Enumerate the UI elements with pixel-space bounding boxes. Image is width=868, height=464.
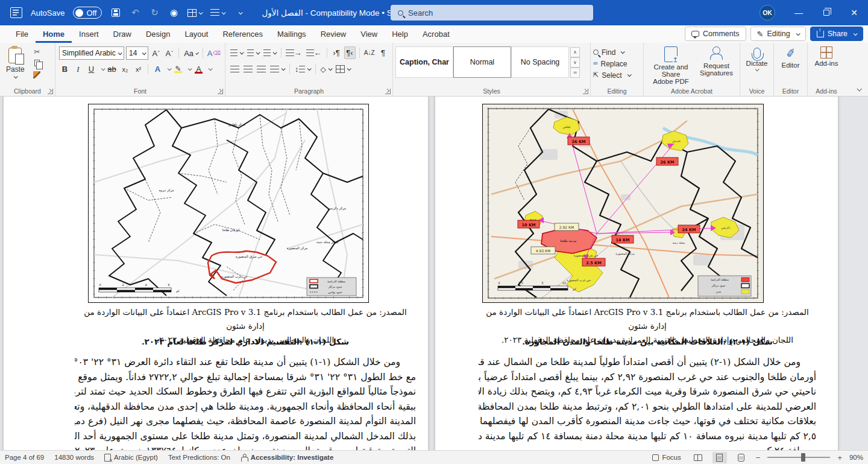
- line-spacing-button[interactable]: ↕: [294, 63, 312, 75]
- paste-button[interactable]: Paste: [2, 45, 28, 81]
- multilevel-list-button[interactable]: [262, 46, 277, 59]
- web-layout-button[interactable]: [734, 452, 749, 463]
- style-normal[interactable]: Normal: [453, 46, 511, 78]
- style-no-spacing[interactable]: No Spacing: [511, 46, 569, 78]
- styles-scroll-up-icon[interactable]: ∧: [570, 47, 580, 57]
- tab-help[interactable]: Help: [385, 25, 415, 43]
- rtl-direction-button[interactable]: ¶‹: [344, 46, 356, 59]
- page-right[interactable]: 26 KM 26 KM 10 KM 24 KM: [435, 97, 838, 450]
- accessibility-status[interactable]: Accessibility: Investigate: [241, 454, 333, 462]
- proofing-status[interactable]: Arabic (Egypt): [104, 454, 158, 462]
- underline-button[interactable]: U: [86, 63, 97, 75]
- save-icon[interactable]: [110, 7, 121, 18]
- highlight-button[interactable]: ✎: [172, 63, 184, 75]
- tab-references[interactable]: References: [215, 25, 269, 43]
- borders-button[interactable]: [335, 63, 351, 75]
- comments-button[interactable]: Comments: [685, 27, 746, 41]
- italic-button[interactable]: I: [72, 63, 84, 75]
- align-left-button[interactable]: [229, 63, 241, 75]
- shrink-font-button[interactable]: Aˇ: [163, 47, 175, 60]
- minimize-button[interactable]: —: [785, 0, 813, 25]
- tab-view[interactable]: View: [353, 25, 385, 43]
- tab-draw[interactable]: Draw: [106, 25, 139, 43]
- tab-review[interactable]: Review: [313, 25, 354, 43]
- page-left[interactable]: مركز بلقاس مركز نبروه مركز دكرنس مركز مح…: [4, 97, 428, 450]
- table-tool-icon[interactable]: [187, 9, 202, 17]
- share-button[interactable]: Share: [810, 27, 863, 41]
- figure-map-admin[interactable]: مركز بلقاس مركز نبروه مركز دكرنس مركز مح…: [88, 104, 369, 305]
- align-right-button[interactable]: [256, 63, 267, 75]
- show-marks-button[interactable]: ¶: [377, 46, 389, 59]
- tab-design[interactable]: Design: [139, 25, 177, 43]
- select-button[interactable]: ⇱Select: [593, 69, 641, 81]
- autosave-toggle[interactable]: Off: [73, 7, 102, 19]
- subscript-button[interactable]: x₂: [119, 63, 131, 75]
- tab-layout[interactable]: Layout: [177, 25, 215, 43]
- font-size-combo[interactable]: 14: [126, 46, 148, 60]
- styles-scroll-down-icon[interactable]: ∨: [570, 57, 580, 68]
- numbering-button[interactable]: [246, 46, 261, 59]
- focus-mode-button[interactable]: Focus: [652, 454, 681, 461]
- qat-overflow-icon[interactable]: [233, 7, 244, 18]
- format-painter-icon[interactable]: [32, 70, 42, 79]
- bullets-button[interactable]: [229, 46, 244, 59]
- replace-button[interactable]: ᵃᵇReplace: [593, 58, 641, 69]
- ltr-direction-button[interactable]: ›¶: [331, 46, 342, 59]
- editor-button[interactable]: ✐ Editor: [776, 45, 805, 70]
- paragraph-dialog-launcher[interactable]: [385, 89, 391, 94]
- figure-map-spatial-relations[interactable]: 26 KM 26 KM 10 KM 24 KM: [482, 104, 764, 305]
- align-center-button[interactable]: [242, 63, 254, 75]
- clipboard-dialog-launcher[interactable]: [48, 89, 53, 94]
- close-button[interactable]: ✕: [840, 0, 868, 25]
- copy-icon[interactable]: [32, 59, 42, 68]
- zoom-slider[interactable]: [767, 457, 830, 458]
- style-caption[interactable]: Caption, Char: [395, 46, 453, 78]
- styles-dialog-launcher[interactable]: [583, 89, 588, 94]
- sort-button[interactable]: A↓Z: [363, 46, 376, 59]
- undo-icon[interactable]: ↶: [130, 7, 140, 18]
- superscript-button[interactable]: x²: [133, 63, 144, 75]
- text-effects-button[interactable]: A: [152, 63, 163, 75]
- change-case-button[interactable]: Aa: [183, 47, 199, 60]
- list-tool-icon[interactable]: [210, 9, 225, 16]
- create-share-pdf-button[interactable]: Create and ShareAdobe PDF: [646, 45, 696, 86]
- editing-mode-button[interactable]: ✎ Editing: [750, 27, 806, 41]
- strikethrough-button[interactable]: ab: [106, 63, 118, 75]
- request-signatures-button[interactable]: RequestSignatures: [696, 45, 737, 86]
- grow-font-button[interactable]: Aˆ: [150, 47, 162, 60]
- styles-gallery-expand-icon[interactable]: ≂: [570, 68, 580, 78]
- word-count[interactable]: 14830 words: [54, 454, 94, 461]
- restore-button[interactable]: [813, 0, 840, 25]
- text-predictions[interactable]: Text Predictions: On: [168, 454, 230, 461]
- search-input[interactable]: Search: [391, 5, 593, 21]
- tab-insert[interactable]: Insert: [72, 25, 106, 43]
- shading-button[interactable]: ◇: [319, 63, 333, 75]
- decrease-indent-button[interactable]: →: [285, 46, 303, 59]
- collapse-ribbon-icon[interactable]: [855, 83, 861, 94]
- bold-button[interactable]: B: [59, 63, 71, 75]
- font-family-combo[interactable]: Simplified Arabic: [59, 46, 124, 60]
- increase-indent-button[interactable]: ←: [305, 46, 323, 59]
- zoom-in-button[interactable]: +: [837, 453, 842, 462]
- font-dialog-launcher[interactable]: [218, 89, 223, 94]
- dictate-button[interactable]: Dictate: [743, 45, 771, 72]
- tab-mailings[interactable]: Mailings: [270, 25, 313, 43]
- font-color-button[interactable]: A: [193, 63, 204, 75]
- print-layout-button[interactable]: [712, 452, 727, 463]
- redo-icon[interactable]: ↻: [149, 7, 160, 18]
- justify-button[interactable]: [269, 63, 286, 75]
- user-avatar[interactable]: OK: [760, 5, 775, 21]
- zoom-out-button[interactable]: −: [756, 453, 761, 462]
- zoom-slider-thumb[interactable]: [801, 453, 805, 462]
- read-mode-button[interactable]: [691, 452, 705, 463]
- tab-acrobat[interactable]: Acrobat: [415, 25, 457, 43]
- ink-mode-icon[interactable]: ◉: [168, 7, 179, 18]
- zoom-level[interactable]: 90%: [849, 454, 863, 461]
- clear-formatting-button[interactable]: A⌫: [207, 47, 221, 60]
- word-app-icon[interactable]: [10, 7, 22, 18]
- find-button[interactable]: Find: [593, 46, 641, 58]
- tab-home[interactable]: Home: [36, 25, 72, 43]
- tab-file[interactable]: File: [8, 25, 36, 43]
- document-canvas[interactable]: مركز بلقاس مركز نبروه مركز دكرنس مركز مح…: [0, 97, 868, 450]
- page-indicator[interactable]: Page 4 of 69: [5, 454, 44, 461]
